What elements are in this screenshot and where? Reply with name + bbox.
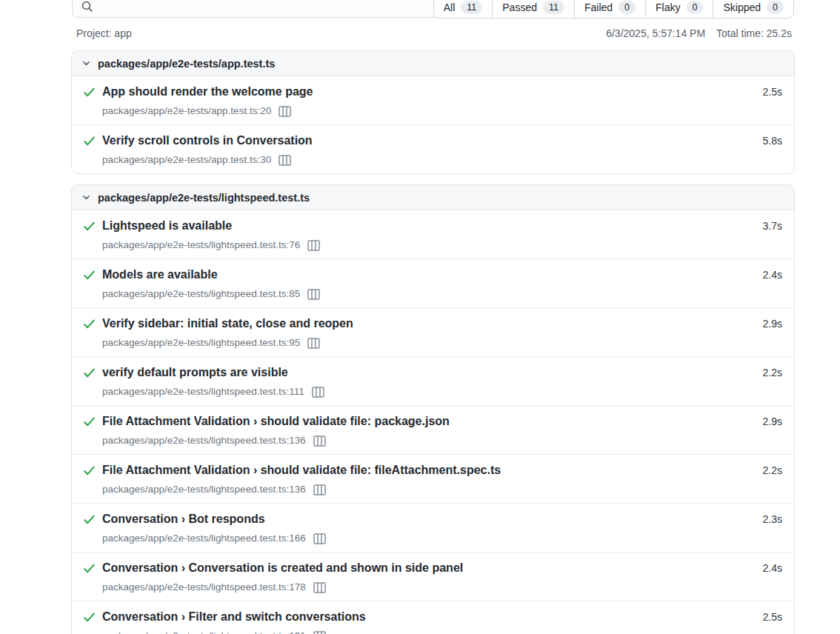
test-path-line: packages/app/e2e-tests/lightspeed.test.t… <box>102 287 320 301</box>
test-title-line[interactable]: Verify scroll controls in Conversation <box>82 132 313 150</box>
trace-columns-icon[interactable] <box>312 387 324 398</box>
test-duration: 2.9s <box>763 413 782 430</box>
test-location: packages/app/e2e-tests/lightspeed.test.t… <box>102 336 300 350</box>
tab-skipped-count: 0 <box>767 1 784 14</box>
test-duration: 2.2s <box>763 461 782 479</box>
test-location: packages/app/e2e-tests/lightspeed.test.t… <box>102 238 300 253</box>
chevron-down-icon <box>81 193 91 202</box>
test-file-group: packages/app/e2e-tests/lightspeed.test.t… <box>71 184 795 634</box>
passed-check-icon <box>82 366 96 380</box>
passed-check-icon <box>82 610 96 624</box>
test-title-line[interactable]: File Attachment Validation › should vali… <box>82 413 450 430</box>
test-info: Verify sidebar: initial state, close and… <box>82 315 353 350</box>
tab-passed-label: Passed <box>502 1 537 13</box>
test-info: App should render the welcome page packa… <box>82 83 313 119</box>
project-label: Project: app <box>76 27 132 39</box>
trace-columns-icon[interactable] <box>279 106 291 117</box>
test-path-line: packages/app/e2e-tests/lightspeed.test.t… <box>102 482 501 497</box>
test-title: Conversation › Filter and switch convers… <box>102 608 366 626</box>
test-title-line[interactable]: File Attachment Validation › should vali… <box>82 461 501 479</box>
group-tests: Lightspeed is available packages/app/e2e… <box>72 210 794 634</box>
test-row: Conversation › Conversation is created a… <box>72 553 794 601</box>
test-duration: 2.4s <box>763 559 782 577</box>
test-row: Conversation › Bot responds packages/app… <box>72 504 794 553</box>
trace-columns-icon[interactable] <box>313 631 326 634</box>
test-row: Lightspeed is available packages/app/e2e… <box>72 210 794 259</box>
trace-columns-icon[interactable] <box>313 533 326 544</box>
test-row: Models are available packages/app/e2e-te… <box>72 259 794 308</box>
test-title-line[interactable]: Conversation › Bot responds <box>82 510 326 528</box>
tab-failed-count: 0 <box>619 1 636 14</box>
trace-columns-icon[interactable] <box>307 240 320 251</box>
test-title-line[interactable]: verify default prompts are visible <box>82 364 324 381</box>
report-content: All 11 Passed 11 Failed 0 Flaky 0 Skippe… <box>71 0 795 634</box>
group-header[interactable]: packages/app/e2e-tests/app.test.ts <box>72 51 794 76</box>
test-duration: 2.9s <box>763 315 782 333</box>
meta-row: Project: app 6/3/2025, 5:57:14 PM Total … <box>71 27 795 39</box>
passed-check-icon <box>82 85 96 99</box>
test-title-line[interactable]: App should render the welcome page <box>82 83 313 101</box>
test-info: Conversation › Conversation is created a… <box>82 559 463 595</box>
test-location: packages/app/e2e-tests/lightspeed.test.t… <box>102 482 306 497</box>
test-report-page: All 11 Passed 11 Failed 0 Flaky 0 Skippe… <box>0 0 840 634</box>
test-row: File Attachment Validation › should vali… <box>72 455 794 504</box>
tab-all[interactable]: All 11 <box>434 0 493 18</box>
test-location: packages/app/e2e-tests/lightspeed.test.t… <box>102 531 306 546</box>
total-time: Total time: 25.2s <box>716 27 792 39</box>
test-info: Models are available packages/app/e2e-te… <box>82 266 320 301</box>
test-info: File Attachment Validation › should vali… <box>82 413 450 448</box>
tab-failed-label: Failed <box>584 1 613 13</box>
test-title: File Attachment Validation › should vali… <box>102 461 501 479</box>
trace-columns-icon[interactable] <box>279 155 291 166</box>
tab-skipped[interactable]: Skipped 0 <box>713 0 793 18</box>
test-path-line: packages/app/e2e-tests/lightspeed.test.t… <box>102 531 326 546</box>
passed-check-icon <box>82 415 96 429</box>
test-groups: packages/app/e2e-tests/app.test.ts App s… <box>71 50 795 634</box>
test-info: Lightspeed is available packages/app/e2e… <box>82 217 320 253</box>
test-title-line[interactable]: Models are available <box>82 266 320 284</box>
test-title: App should render the welcome page <box>102 83 313 101</box>
test-duration: 2.5s <box>763 83 782 101</box>
test-info: Conversation › Filter and switch convers… <box>82 608 366 634</box>
test-duration: 5.8s <box>763 132 782 150</box>
test-title-line[interactable]: Verify sidebar: initial state, close and… <box>82 315 353 333</box>
trace-columns-icon[interactable] <box>307 289 320 300</box>
test-path-line: packages/app/e2e-tests/lightspeed.test.t… <box>102 433 450 448</box>
test-duration: 2.3s <box>763 510 782 528</box>
test-path-line: packages/app/e2e-tests/app.test.ts:30 <box>102 153 313 167</box>
tab-all-count: 11 <box>461 1 482 14</box>
trace-columns-icon[interactable] <box>313 582 326 593</box>
test-title-line[interactable]: Conversation › Conversation is created a… <box>82 559 463 577</box>
test-location: packages/app/e2e-tests/lightspeed.test.t… <box>102 287 300 301</box>
test-title: Conversation › Bot responds <box>102 510 265 528</box>
test-info: verify default prompts are visible packa… <box>82 364 324 399</box>
group-tests: App should render the welcome page packa… <box>72 76 794 173</box>
passed-check-icon <box>82 219 96 233</box>
test-title: Verify sidebar: initial state, close and… <box>102 315 353 333</box>
test-location: packages/app/e2e-tests/lightspeed.test.t… <box>102 629 306 634</box>
test-path-line: packages/app/e2e-tests/lightspeed.test.t… <box>102 336 353 350</box>
search-icon <box>81 0 93 13</box>
trace-columns-icon[interactable] <box>313 484 326 495</box>
search-field[interactable] <box>72 0 463 18</box>
tab-all-label: All <box>444 1 456 13</box>
tab-skipped-label: Skipped <box>723 1 761 13</box>
test-file-group: packages/app/e2e-tests/app.test.ts App s… <box>71 50 795 174</box>
tab-passed[interactable]: Passed 11 <box>492 0 574 18</box>
group-header[interactable]: packages/app/e2e-tests/lightspeed.test.t… <box>72 185 794 210</box>
test-title: verify default prompts are visible <box>102 364 288 381</box>
trace-columns-icon[interactable] <box>307 338 320 349</box>
test-title-line[interactable]: Conversation › Filter and switch convers… <box>82 608 366 626</box>
test-location: packages/app/e2e-tests/app.test.ts:30 <box>102 153 271 167</box>
test-title-line[interactable]: Lightspeed is available <box>82 217 320 235</box>
tab-flaky[interactable]: Flaky 0 <box>645 0 713 18</box>
passed-check-icon <box>82 268 96 282</box>
search-input[interactable] <box>100 0 454 13</box>
test-duration: 2.5s <box>763 608 782 626</box>
test-path-line: packages/app/e2e-tests/lightspeed.test.t… <box>102 629 366 634</box>
test-path-line: packages/app/e2e-tests/lightspeed.test.t… <box>102 580 463 595</box>
test-title: Verify scroll controls in Conversation <box>102 132 313 150</box>
tab-failed[interactable]: Failed 0 <box>574 0 645 18</box>
trace-columns-icon[interactable] <box>313 436 326 447</box>
tab-flaky-count: 0 <box>687 1 704 14</box>
